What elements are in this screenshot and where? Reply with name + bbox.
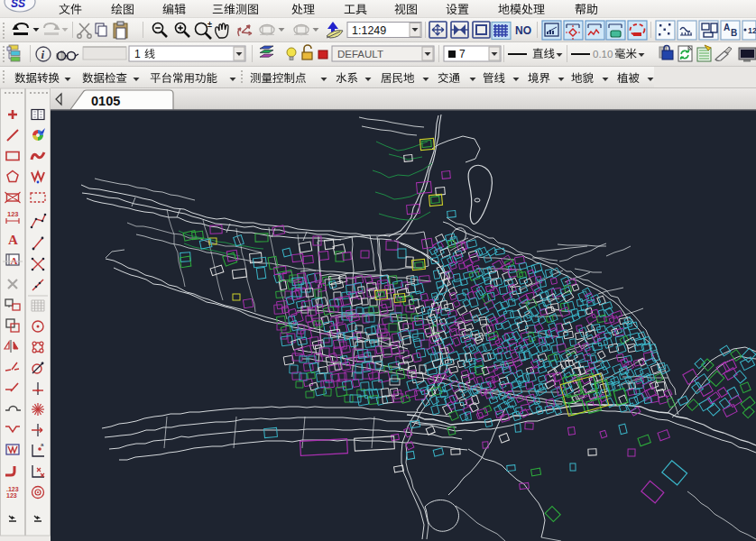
svg-text:.123: .123	[6, 486, 19, 492]
svg-text:123: 123	[7, 210, 19, 218]
svg-text:NO: NO	[515, 24, 531, 37]
svg-text:SS: SS	[11, 0, 25, 10]
svg-text:A: A	[8, 233, 18, 247]
svg-text:0105: 0105	[91, 94, 120, 108]
svg-text:123: 123	[6, 492, 17, 499]
svg-text:A: A	[724, 23, 730, 32]
svg-text:DEFAULT: DEFAULT	[337, 49, 383, 60]
svg-text:A: A	[11, 255, 18, 266]
svg-text:i: i	[41, 48, 45, 61]
svg-text:0.10: 0.10	[593, 49, 613, 60]
svg-text:7: 7	[459, 48, 466, 60]
svg-text:B: B	[731, 28, 737, 38]
svg-text:1: 1	[134, 48, 141, 60]
svg-text:1:1249: 1:1249	[352, 24, 386, 37]
svg-text:12: 12	[748, 26, 756, 35]
svg-text:±: ±	[207, 20, 212, 29]
